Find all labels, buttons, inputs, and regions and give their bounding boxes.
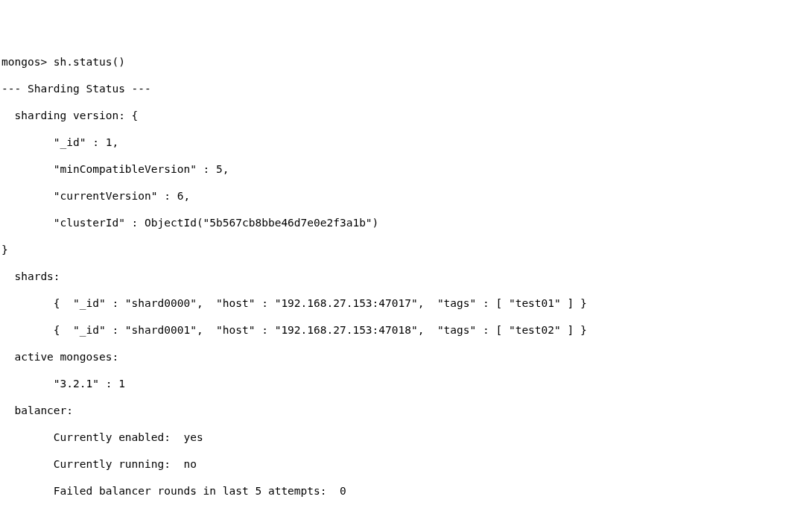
status-heading: --- Sharding Status ---: [1, 82, 811, 95]
active-mongoses-label: active mongoses:: [1, 350, 811, 363]
active-mongoses-version: "3.2.1" : 1: [1, 377, 811, 390]
sharding-version-label: sharding version: {: [1, 109, 811, 122]
balancer-label: balancer:: [1, 404, 811, 417]
sharding-version-id: "_id" : 1,: [1, 136, 811, 149]
balancer-failed: Failed balancer rounds in last 5 attempt…: [1, 484, 811, 498]
sharding-version-clusterid: "clusterId" : ObjectId("5b567cb8bbe46d7e…: [1, 216, 811, 229]
prompt-line: mongos> sh.status(): [1, 55, 811, 69]
sharding-version-min: "minCompatibleVersion" : 5,: [1, 162, 811, 176]
shard-0001: { "_id" : "shard0001", "host" : "192.168…: [1, 323, 811, 337]
shard-0000: { "_id" : "shard0000", "host" : "192.168…: [1, 296, 811, 310]
balancer-enabled: Currently enabled: yes: [1, 431, 811, 444]
sharding-version-current: "currentVersion" : 6,: [1, 189, 811, 203]
shards-label: shards:: [1, 270, 811, 283]
balancer-running: Currently running: no: [1, 457, 811, 471]
sharding-version-close: }: [1, 243, 811, 256]
